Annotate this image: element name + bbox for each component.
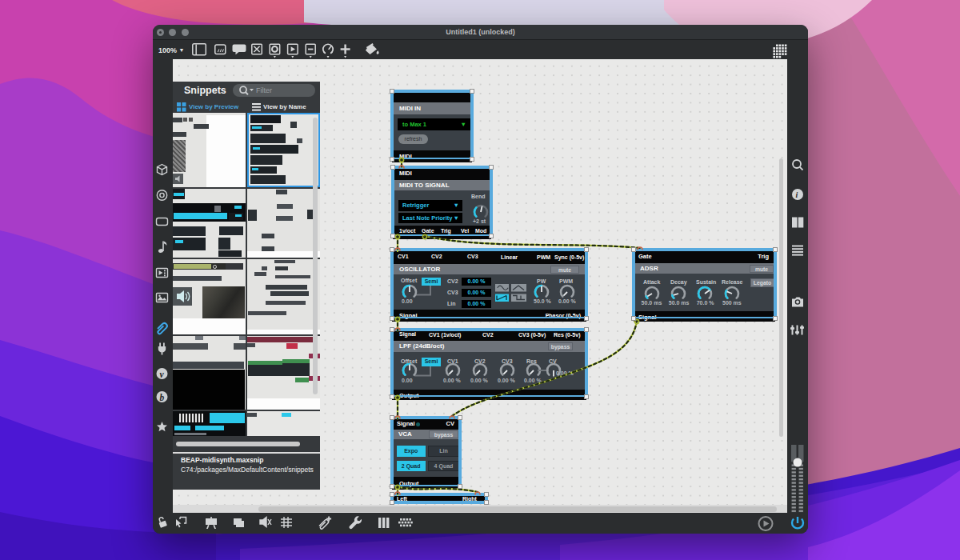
svg-text:v: v [160, 370, 165, 379]
svg-text:i: i [796, 190, 798, 199]
svg-text:b: b [160, 393, 165, 402]
